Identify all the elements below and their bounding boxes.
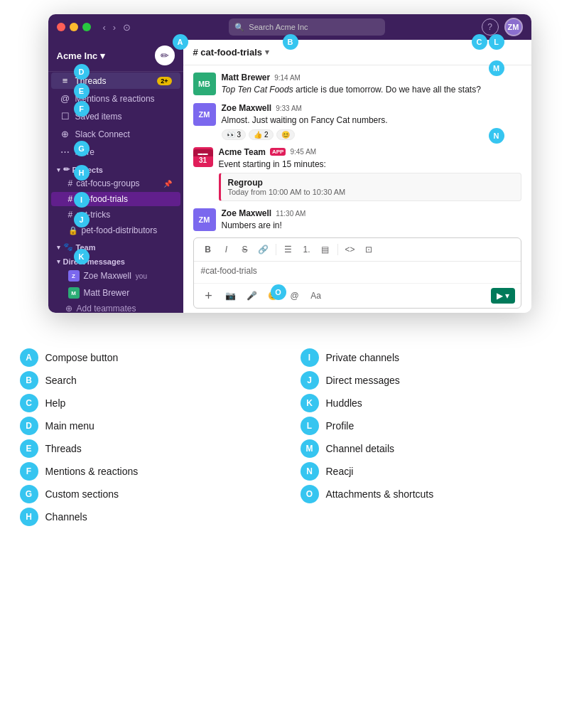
dm-name-matt: Matt Brewer xyxy=(84,288,130,298)
legend-label-i: Private channels xyxy=(326,352,400,363)
reaction-smile[interactable]: 😊 xyxy=(276,129,295,140)
msg-header-acme: Acme Team APP 9:45 AM xyxy=(219,147,521,157)
link-button[interactable]: 🔗 xyxy=(255,241,272,258)
sidebar-item-saved[interactable]: ☐ Saved items xyxy=(51,108,180,124)
dm-chevron: ▾ xyxy=(57,258,60,265)
reaction-eyes[interactable]: 👀 3 xyxy=(222,129,247,140)
legend-item-o: O Attachments & shortcuts xyxy=(301,485,560,503)
legend-label-a: Compose button xyxy=(45,352,119,363)
video-button[interactable]: 📷 xyxy=(222,287,239,304)
annotation-n: N xyxy=(489,128,504,144)
text-matt-1: Top Ten Cat Foods article is due tomorro… xyxy=(222,84,521,96)
legend-item-d: D Main menu xyxy=(20,417,279,435)
mention-button[interactable]: @ xyxy=(286,287,303,304)
history-button[interactable]: ⊙ xyxy=(121,22,133,33)
legend-badge-h: H xyxy=(20,508,38,526)
workspace-dropdown-icon: ▾ xyxy=(100,50,105,61)
avatar-matt: MB xyxy=(193,73,216,95)
code-block-button[interactable]: ⊡ xyxy=(360,241,377,258)
legend-label-k: Huddles xyxy=(326,397,362,409)
channel-dropdown-icon[interactable]: ▾ xyxy=(265,48,269,57)
legend-label-c: Help xyxy=(45,397,66,409)
legend-label-b: Search xyxy=(45,375,77,386)
sender-zoe: Zoe Maxwell xyxy=(222,103,272,113)
annotation-g: G xyxy=(74,141,90,156)
maximize-button[interactable] xyxy=(82,23,91,31)
channel-cat-focus-groups[interactable]: # cat-focus-groups 📌 xyxy=(51,176,180,191)
event-card: Regroup Today from 10:00 AM to 10:30 AM xyxy=(219,173,521,201)
legend-label-g: Custom sections xyxy=(45,488,119,500)
channel-cat-food-trials[interactable]: # cat-food-trials xyxy=(51,192,180,206)
projects-chevron: ▾ xyxy=(57,166,60,173)
legend-item-l: L Profile xyxy=(301,417,560,435)
dm-zoe-maxwell[interactable]: Z Zoe Maxwell you xyxy=(51,268,180,284)
search-bar[interactable]: 🔍 Search Acme Inc xyxy=(229,18,385,36)
time-zoe-1: 9:33 AM xyxy=(276,105,302,112)
forward-button[interactable]: › xyxy=(111,22,118,33)
legend-label-n: Reacji xyxy=(326,466,354,477)
audio-button[interactable]: 🎤 xyxy=(244,287,261,304)
channel-name-display[interactable]: # cat-food-trials ▾ xyxy=(193,47,270,58)
sidebar-item-more[interactable]: ⋯ More xyxy=(51,144,180,160)
back-button[interactable]: ‹ xyxy=(101,22,108,33)
legend-item-b: B Search xyxy=(20,371,279,390)
section-projects[interactable]: ▾ ✏ Projects xyxy=(48,161,183,176)
legend-badge-l: L xyxy=(301,417,319,435)
message-zoe-1: ZM Zoe Maxwell 9:33 AM Almost. Just wait… xyxy=(193,103,521,140)
message-acme-app: ▬▬ 31 Acme Team APP 9:45 AM Event starti… xyxy=(193,147,521,202)
code-button[interactable]: <> xyxy=(342,241,359,258)
hash-icon-active: # xyxy=(68,194,73,204)
messages-area[interactable]: MB Matt Brewer 9:14 AM Top Ten Cat Foods… xyxy=(183,65,531,233)
legend-label-h: Channels xyxy=(45,511,87,523)
workspace-name[interactable]: Acme Inc ▾ xyxy=(57,50,106,61)
annotation-e: E xyxy=(74,83,90,99)
channel-pet-food-distributors[interactable]: 🔒 pet-food-distributors xyxy=(51,223,180,237)
toolbar-sep-2 xyxy=(337,244,338,255)
nav-arrows: ‹ › ⊙ xyxy=(101,22,134,33)
msg-body-zoe-2: Zoe Maxwell 11:30 AM Numbers are in! Fil… xyxy=(222,208,521,233)
help-button[interactable]: ? xyxy=(482,18,499,36)
bullet-list-button[interactable]: ☰ xyxy=(280,241,297,258)
block-quote-button[interactable]: ▤ xyxy=(317,241,334,258)
annotation-o: O xyxy=(271,284,286,300)
section-dm[interactable]: ▾ Direct messages xyxy=(48,253,183,267)
workspace-label: Acme Inc xyxy=(57,50,98,61)
add-shortcut-button[interactable]: + xyxy=(200,287,218,305)
italic-button[interactable]: I xyxy=(218,241,235,258)
msg-body-acme: Acme Team APP 9:45 AM Event starting in … xyxy=(219,147,521,202)
dm-matt-brewer[interactable]: M Matt Brewer xyxy=(51,285,180,301)
app-badge: APP xyxy=(270,148,286,156)
strikethrough-button[interactable]: S xyxy=(237,241,254,258)
compose-button[interactable]: ✏ xyxy=(155,46,175,65)
legend-badge-e: E xyxy=(20,439,38,458)
input-bottom: + 📷 🎤 😊 @ Aa ▶ ▾ xyxy=(194,283,521,308)
sidebar-item-threads[interactable]: ≡ Threads 2+ xyxy=(51,73,180,89)
text-format-button[interactable]: Aa xyxy=(308,287,325,304)
annotation-f: F xyxy=(74,101,90,117)
sidebar-item-connect[interactable]: ⊕ Slack Connect xyxy=(51,126,180,142)
send-button[interactable]: ▶ ▾ xyxy=(491,288,515,304)
channel-cat-tricks[interactable]: # cat-tricks xyxy=(51,208,180,222)
legend-item-c: C Help xyxy=(20,394,279,412)
mentions-icon: @ xyxy=(60,93,71,104)
message-input[interactable]: #cat-food-trials xyxy=(194,262,521,283)
profile-avatar[interactable]: ZM xyxy=(504,18,523,36)
dm-avatar-matt: M xyxy=(68,287,80,299)
legend-item-n: N Reacji xyxy=(301,462,560,481)
ordered-list-button[interactable]: 1. xyxy=(298,241,315,258)
add-teammates-button[interactable]: ⊕ Add teammates xyxy=(48,301,183,313)
bold-button[interactable]: B xyxy=(200,241,217,258)
message-zoe-2: ZM Zoe Maxwell 11:30 AM Numbers are in! … xyxy=(193,208,521,233)
sidebar-header: Acme Inc ▾ ✏ xyxy=(48,40,183,72)
event-title: Regroup xyxy=(228,178,514,188)
send-icon: ▶ xyxy=(497,291,503,301)
minimize-button[interactable] xyxy=(70,23,78,31)
reaction-thumbsup[interactable]: 👍 2 xyxy=(249,129,274,140)
text-zoe-2: Numbers are in! xyxy=(222,220,521,232)
legend-item-placeholder xyxy=(301,508,560,526)
sidebar-item-mentions[interactable]: @ Mentions & reactions xyxy=(51,90,180,107)
close-button[interactable] xyxy=(57,23,65,31)
legend-badge-n: N xyxy=(301,462,319,481)
section-team[interactable]: ▾ 🐾 Team xyxy=(48,238,183,253)
annotation-d: D xyxy=(74,64,90,80)
